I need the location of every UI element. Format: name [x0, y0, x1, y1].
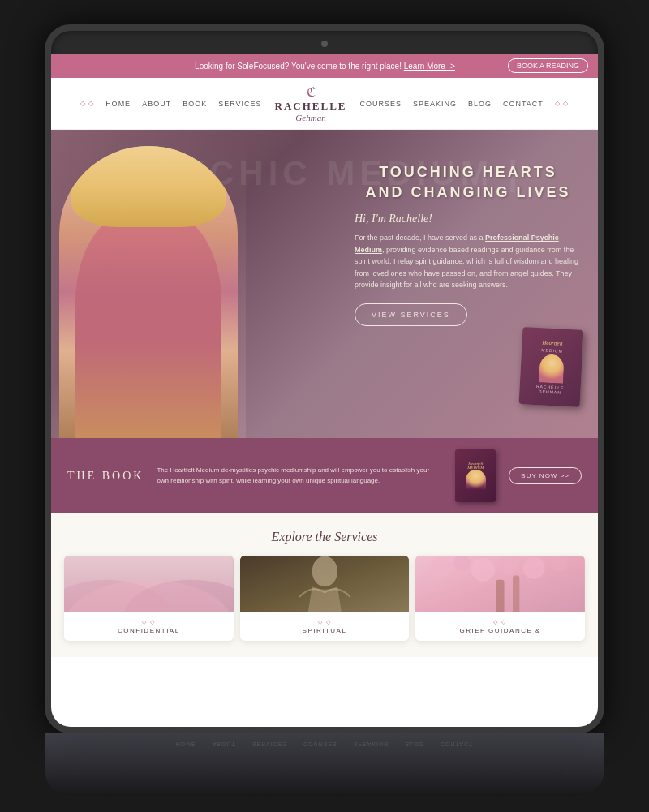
nav-services[interactable]: SERVICES — [218, 100, 261, 108]
svg-point-5 — [312, 556, 337, 587]
nav-book[interactable]: BOOK — [183, 100, 207, 108]
book-thumbnail: HeartfeltMEDIUM — [455, 449, 496, 502]
hero-greeting: Hi, I'm Rachelle! — [355, 213, 582, 226]
nav-links-right: COURSES SPEAKING BLOG CONTACT ◇ ◇ — [359, 100, 569, 108]
tablet-frame: Looking for SoleFocused? You've come to … — [45, 24, 604, 733]
services-grid: ◇ ◇ CONFIDENTIAL — [64, 556, 585, 641]
hero-content: TOUCHING HEARTS AND CHANGING LIVES Hi, I… — [355, 162, 582, 326]
tablet-reflection: HOME ABOUT SERVICES COURSES SPEAKING BLO… — [45, 733, 604, 796]
logo-symbol: ℭ — [275, 84, 347, 100]
announcement-text: Looking for SoleFocused? You've come to … — [142, 62, 508, 71]
reflection-nav: HOME ABOUT SERVICES COURSES SPEAKING BLO… — [45, 733, 604, 763]
person-figure — [59, 146, 238, 438]
logo-script: Gehman — [275, 113, 347, 122]
services-section: Explore the Services — [51, 513, 598, 657]
view-services-button[interactable]: VIEW SERVICES — [355, 303, 467, 326]
tablet-camera — [321, 41, 328, 47]
svg-point-9 — [471, 558, 495, 582]
service-label-confidential: ◇ ◇ CONFIDENTIAL — [64, 612, 234, 641]
book-reading-button[interactable]: BOOK A READING — [508, 58, 588, 73]
nav-blog[interactable]: BLOG — [468, 100, 492, 108]
nav-diamond-left: ◇ ◇ — [80, 100, 94, 107]
buy-now-button[interactable]: BUY NOW >> — [509, 467, 582, 484]
book-author: RACHELLE GEHMAN — [524, 383, 576, 395]
service-label-grief: ◇ ◇ GRIEF GUIDANCE & — [415, 612, 585, 641]
nav-speaking[interactable]: SPEAKING — [413, 100, 457, 108]
logo-name: RACHELLE — [275, 100, 347, 113]
hero-body-text: For the past decade, I have served as a … — [355, 232, 582, 290]
service-label-spiritual: ◇ ◇ SPIRITUAL — [240, 612, 410, 641]
hero-headline: TOUCHING HEARTS AND CHANGING LIVES — [355, 162, 582, 203]
service-image-grief — [415, 556, 585, 612]
service-card-confidential[interactable]: ◇ ◇ CONFIDENTIAL — [64, 556, 234, 641]
svg-rect-13 — [496, 580, 504, 612]
hero-section: PSYCHIC MEDIUM | TOUCHING HEARTS AND CHA… — [51, 130, 598, 438]
nav-contact[interactable]: CONTACT — [503, 100, 544, 108]
service-image-confidential — [64, 556, 234, 612]
learn-more-link[interactable]: Learn More -> — [404, 62, 455, 71]
services-title: Explore the Services — [64, 530, 585, 544]
nav-courses[interactable]: COURSES — [359, 100, 402, 108]
navigation: ◇ ◇ HOME ABOUT BOOK SERVICES ℭ RACHELLE … — [51, 78, 598, 130]
service-image-spiritual — [240, 556, 410, 612]
tablet-screen: Looking for SoleFocused? You've come to … — [51, 54, 598, 727]
hero-person-image — [51, 138, 246, 438]
svg-point-10 — [500, 556, 518, 574]
device-wrapper: Looking for SoleFocused? You've come to … — [0, 0, 649, 812]
book-section-description: The Heartfelt Medium de-mystifies psychi… — [157, 466, 442, 487]
nav-about[interactable]: ABOUT — [142, 100, 171, 108]
announcement-bar: Looking for SoleFocused? You've come to … — [51, 54, 598, 78]
book-section: THE BOOK The Heartfelt Medium de-mystifi… — [51, 438, 598, 513]
nav-diamond-right: ◇ ◇ — [555, 100, 569, 107]
service-card-grief[interactable]: ◇ ◇ GRIEF GUIDANCE & — [415, 556, 585, 641]
svg-rect-14 — [513, 576, 519, 612]
book-section-title: THE BOOK — [67, 470, 144, 483]
book-cover-hero: Heartfelt MEDIUM RACHELLE GEHMAN — [519, 327, 584, 407]
service-card-spiritual[interactable]: ◇ ◇ SPIRITUAL — [240, 556, 410, 641]
book-subtitle: MEDIUM — [541, 347, 563, 353]
svg-point-7 — [431, 557, 451, 578]
site-logo[interactable]: ℭ RACHELLE Gehman — [275, 84, 347, 122]
nav-home[interactable]: HOME — [105, 100, 131, 108]
nav-links-left: ◇ ◇ HOME ABOUT BOOK SERVICES — [80, 100, 262, 108]
svg-point-11 — [523, 557, 545, 579]
